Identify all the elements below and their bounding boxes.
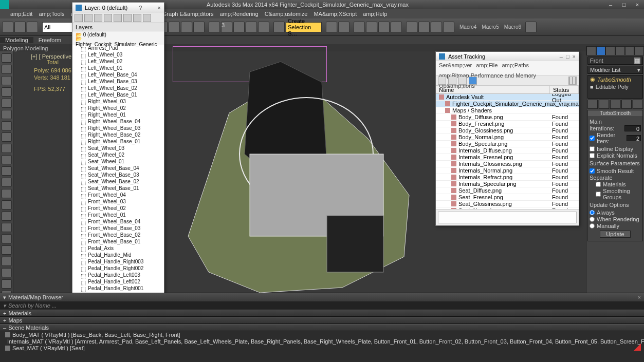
object-row[interactable]: ⬚Front_Wheel_02 (72, 205, 164, 212)
object-row[interactable]: ⬚Front_Wheel_04 (72, 192, 164, 198)
app-logo-icon[interactable] (0, 0, 9, 9)
snap-icon[interactable]: 3 (221, 22, 232, 33)
layer-tool-icon[interactable] (84, 14, 93, 22)
menu-graph-editors[interactable]: Graph E&amp;ditors (162, 11, 214, 17)
asset-row[interactable]: Seat_Fresnel.pngFound (436, 194, 579, 201)
menu-maxscript[interactable]: MA&amp;XScript (314, 11, 357, 17)
rail-icon[interactable] (2, 65, 12, 74)
stack-tool-icon[interactable] (621, 100, 632, 109)
asset-row[interactable]: Fighter_Cockpit_Simulator_Generic_max_vr… (436, 101, 579, 107)
mb-material-item[interactable]: Seat_MAT ( VRayMtl ) [Seat] (0, 345, 644, 351)
asset-tool-icon[interactable] (569, 77, 570, 85)
object-row[interactable]: ⬚Left_Wheel_01 (72, 65, 164, 71)
asset-row[interactable]: Internals_Fresnel.pngFound (436, 154, 579, 161)
rail-icon[interactable] (2, 132, 12, 142)
object-row[interactable]: ⬚Left_Wheel_Base_04 (72, 71, 164, 78)
rail-icon[interactable] (2, 121, 12, 130)
macro-button[interactable]: Macro6 (504, 24, 521, 30)
rail-icon[interactable] (2, 268, 12, 277)
stack-tool-icon[interactable] (599, 100, 609, 109)
update-manually-radio[interactable]: Manually (590, 223, 641, 229)
object-row[interactable]: ⬚Pedal_Handle_Left003 (72, 272, 164, 278)
asset-titlebar[interactable]: Asset Tracking – □ × (436, 52, 579, 61)
object-row[interactable]: ⬚Front_Wheel_03 (72, 198, 164, 205)
menu-help[interactable]: amp;Help (363, 11, 387, 17)
render-iters-check[interactable]: Render Iters:2 (590, 132, 641, 144)
schematic-icon[interactable] (378, 22, 390, 33)
mirror-icon[interactable] (326, 22, 337, 33)
mb-titlebar[interactable]: ▾ Material/Map Browser × (0, 293, 644, 301)
object-row[interactable]: ⬚Right_Wheel_02 (72, 105, 164, 111)
ribbon-tab-freeform[interactable]: Freeform (33, 37, 67, 43)
menu-customize[interactable]: C&amp;ustomize (265, 11, 308, 17)
rail-icon[interactable] (2, 155, 12, 164)
rail-icon[interactable] (2, 223, 12, 232)
asset-min-button[interactable]: – (560, 53, 563, 60)
explicit-normals-check[interactable]: Explicit Normals (590, 153, 641, 159)
object-row[interactable]: ⬚Right_Wheel_03 (72, 98, 164, 105)
object-row[interactable]: ⬚Front_Wheel_Base_01 (72, 238, 164, 245)
tab-modify-icon[interactable] (596, 46, 606, 55)
asset-row[interactable]: Body_Normal.pngFound (436, 134, 579, 141)
asset-row[interactable]: Internals_Normal.pngFound (436, 167, 579, 174)
macro-button[interactable]: Macro4 (459, 24, 476, 30)
object-row[interactable]: ⬚Right_Wheel_01 (72, 111, 164, 118)
asset-row[interactable]: Body_Diffuse.pngFound (436, 114, 579, 121)
object-row[interactable]: ⬚Front_Wheel_Base_04 (72, 218, 164, 225)
object-row[interactable]: ⬚Right_Wheel_Base_01 (72, 138, 164, 145)
layer-panel-titlebar[interactable]: Layer: 0 (default) ? × (72, 3, 164, 13)
rail-icon[interactable] (2, 212, 12, 221)
asset-close-button[interactable]: × (573, 53, 576, 60)
maximize-button[interactable]: □ (617, 2, 631, 8)
rail-icon[interactable] (2, 110, 12, 119)
tab-motion-icon[interactable] (615, 46, 625, 55)
mb-material-item[interactable]: Body_MAT ( VRayMtl ) [Base_Back, Base_Le… (0, 331, 644, 338)
render-setup-icon[interactable] (406, 22, 417, 33)
layer-tool-icon[interactable] (143, 14, 151, 22)
stack-tool-icon[interactable] (610, 100, 620, 109)
render-icon[interactable] (431, 22, 442, 33)
smooth-result-check[interactable]: Smooth Result (590, 168, 641, 174)
mb-section-materials[interactable]: +Materials (0, 310, 644, 317)
object-row[interactable]: ⬚Right_Wheel_Base_02 (72, 131, 164, 138)
object-row[interactable]: ⬚Left_Wheel_Base_02 (72, 85, 164, 91)
object-row[interactable]: ⬚Pedal_Handle_Right001 (72, 285, 164, 292)
asset-list[interactable]: Autodesk VaultLogged OutFighter_Cockpit_… (436, 94, 579, 209)
redo-icon[interactable] (14, 22, 26, 33)
undo-icon[interactable] (2, 22, 13, 33)
asset-row[interactable]: Autodesk VaultLogged Out (436, 94, 579, 101)
script-icon[interactable] (525, 22, 537, 33)
asset-row[interactable]: Body_Glossiness.pngFound (436, 127, 579, 134)
asset-tool-icon[interactable] (572, 77, 573, 85)
isoline-check[interactable]: Isoline Display (590, 146, 641, 152)
modifier-list-dropdown[interactable]: Modifier List▾ (587, 66, 643, 74)
mb-search-input[interactable]: ▾Search by Name ... (0, 301, 644, 310)
layer-icon[interactable] (354, 22, 365, 33)
stack-item[interactable]: ■ Editable Poly (588, 83, 642, 90)
rail-icon[interactable] (2, 257, 12, 266)
asset-max-button[interactable]: □ (566, 53, 569, 60)
tool-icon[interactable] (181, 22, 192, 33)
asset-tool-icon[interactable] (469, 77, 477, 85)
layer-tool-icon[interactable] (133, 14, 141, 22)
menu-edit[interactable]: amp;Edit (10, 11, 32, 17)
mb-section-maps[interactable]: +Maps (0, 317, 644, 324)
asset-menu-file[interactable]: amp;File (476, 62, 498, 68)
rail-icon[interactable] (2, 99, 12, 108)
menu-rendering[interactable]: amp;Rendering (219, 11, 258, 17)
layer-tool-icon[interactable] (94, 14, 102, 22)
object-row[interactable]: ⬚Seat_Wheel_Base_01 (72, 185, 164, 192)
modifier-stack[interactable]: ◉ TurboSmooth ■ Editable Poly (587, 75, 643, 99)
object-row[interactable]: ⬚Right_Wheel_Base_03 (72, 125, 164, 131)
curve-editor-icon[interactable] (366, 22, 377, 33)
asset-tool-icon[interactable] (458, 77, 467, 85)
layer-help-button[interactable]: ? (139, 5, 142, 11)
link-icon[interactable] (27, 22, 38, 33)
asset-tool-icon[interactable] (448, 77, 456, 85)
render-frame-icon[interactable] (418, 22, 430, 33)
asset-menu-server[interactable]: Ser&amp;ver (439, 62, 472, 68)
object-row[interactable]: ⬚Seat_Wheel_02 (72, 151, 164, 158)
asset-row[interactable]: Body_Fresnel.pngFound (436, 121, 579, 127)
named-selection-dropdown[interactable]: Create Selection S… (286, 22, 322, 32)
material-editor-icon[interactable] (391, 22, 402, 33)
